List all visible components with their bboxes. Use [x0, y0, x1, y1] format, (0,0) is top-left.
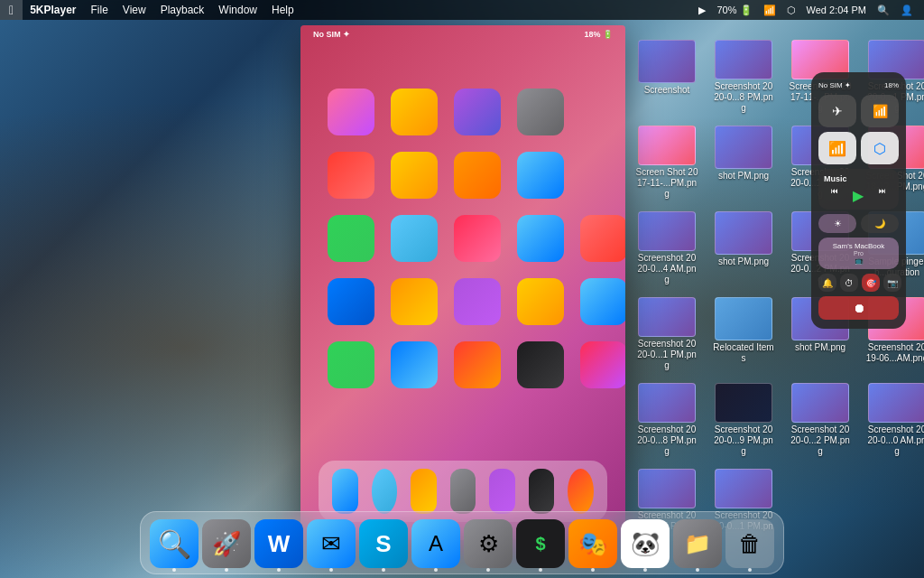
ios-app-13[interactable] [517, 215, 564, 262]
ios-app-11[interactable] [391, 215, 438, 262]
desktop-file-5[interactable]: shot PM.png [707, 122, 780, 203]
cc-next-button[interactable]: ⏭ [879, 187, 886, 204]
ios-app-16[interactable] [391, 278, 438, 325]
cc-play-button[interactable]: ▶ [853, 187, 864, 204]
dock: 🔍 🚀 W ✉ S A ⚙ $ 🎭 🐼 📁 🗑 [140, 511, 784, 574]
ios-app-1[interactable] [328, 89, 374, 135]
ios-app-7[interactable] [454, 152, 501, 199]
desktop-file-19[interactable]: Screenshot 2020-0...0 AM.png [861, 379, 924, 461]
ios-battery: 18% 🔋 [584, 30, 613, 39]
cc-record-icon: ⏺ [853, 301, 865, 315]
desktop-file-1[interactable]: Screenshot 2020-0...8 PM.png [707, 36, 780, 117]
cc-connectivity-row: ✈ 📶 [818, 95, 899, 127]
ios-dock-icon-5[interactable] [489, 469, 515, 514]
cc-focus-btn[interactable]: 🎯 [862, 274, 880, 292]
cc-music-controls: ⏮ ▶ ⏭ [824, 187, 893, 204]
file-label-17: Screenshot 2020-0...9 PM.png [712, 424, 775, 457]
cc-airplay-sublabel: Pro [823, 250, 894, 256]
wifi-status[interactable]: 📶 [760, 5, 780, 16]
desktop-file-9[interactable]: shot PM.png [707, 208, 780, 289]
cc-brightness-row: ☀ 🌙 [818, 214, 899, 233]
desktop-file-16[interactable]: Screenshot 2020-0...8 PM.png [631, 379, 703, 461]
dock-vlc[interactable]: 🎭 [568, 519, 617, 568]
ios-app-22[interactable] [454, 341, 501, 388]
cc-airplay-widget[interactable]: Sam's MacBook Pro 📺 [818, 238, 899, 269]
ios-app-23[interactable] [517, 341, 564, 388]
cc-wifi-toggle[interactable]: 📶 [818, 132, 856, 164]
ios-app-19[interactable] [580, 278, 625, 325]
dock-waterfox[interactable]: W [254, 519, 303, 568]
ios-dock-icon-2[interactable] [372, 469, 398, 514]
ios-app-20[interactable] [328, 341, 374, 388]
dock-mail[interactable]: ✉ [307, 519, 356, 568]
ipad-screen[interactable]: No SIM ✦ 18% 🔋 [300, 25, 625, 540]
cc-airplane-toggle[interactable]: ✈ [818, 95, 856, 127]
ios-app-17[interactable] [454, 278, 501, 325]
ios-dock-icon-7[interactable] [568, 469, 594, 514]
cast-icon: ▶ [695, 5, 709, 16]
ios-app-4[interactable] [517, 89, 564, 135]
desktop-file-17[interactable]: Screenshot 2020-0...9 PM.png [707, 379, 780, 461]
ios-app-21[interactable] [391, 341, 438, 388]
file-label-8: Screenshot 2020-0...4 AM.png [635, 253, 698, 285]
dock-trash[interactable]: 🗑 [725, 519, 774, 568]
dock-settings[interactable]: ⚙ [464, 519, 513, 568]
cc-screenrecord-btn[interactable]: ⏺ [818, 296, 899, 320]
cc-status: No SIM ✦ 18% [818, 81, 899, 89]
ios-app-15[interactable] [328, 278, 374, 325]
dock-skype[interactable]: S [359, 519, 408, 568]
desktop-file-12[interactable]: Screenshot 2020-0...1 PM.png [631, 294, 703, 375]
file-menu[interactable]: File [84, 0, 116, 20]
ios-dock-icon-1[interactable] [332, 469, 358, 514]
control-center[interactable]: No SIM ✦ 18% ✈ 📶 📶 ⬡ Music ⏮ ▶ ⏭ ☀ 🌙 Sam… [811, 72, 906, 329]
ios-dock-icon-4[interactable] [450, 469, 476, 514]
ios-app-2[interactable] [391, 89, 438, 135]
view-menu[interactable]: View [116, 0, 153, 20]
file-label-14: shot PM.png [795, 342, 845, 353]
ios-app-10[interactable] [328, 215, 374, 262]
dock-appstore[interactable]: A [411, 519, 460, 568]
datetime: Wed 2:04 PM [803, 5, 870, 15]
dock-panda[interactable]: 🐼 [621, 519, 670, 568]
bluetooth-status[interactable]: ⬡ [783, 5, 799, 16]
desktop-file-18[interactable]: Screenshot 2020-0...2 PM.png [784, 379, 856, 461]
file-label-4: Screen Shot 2017-11-...PM.png [635, 167, 698, 200]
file-label-19: Screenshot 2020-0...0 AM.png [865, 424, 924, 457]
ios-app-8[interactable] [517, 152, 564, 199]
ios-app-12[interactable] [454, 215, 501, 262]
user-icon[interactable]: 👤 [897, 5, 917, 16]
ios-app-6[interactable] [391, 152, 438, 199]
window-menu[interactable]: Window [211, 0, 264, 20]
help-menu[interactable]: Help [264, 0, 301, 20]
search-icon[interactable]: 🔍 [873, 5, 893, 16]
cc-bluetooth-toggle[interactable]: ⬡ [861, 132, 899, 164]
cc-brightness-toggle[interactable]: ☀ [818, 214, 856, 233]
cc-alarm-btn[interactable]: 🔔 [818, 274, 836, 292]
cc-icon-row: 🔔 ⏱ 🎯 📷 [818, 274, 899, 292]
cc-darkmode-toggle[interactable]: 🌙 [861, 214, 899, 233]
ios-app-18[interactable] [517, 278, 564, 325]
dock-downloads[interactable]: 📁 [673, 519, 722, 568]
desktop-file-4[interactable]: Screen Shot 2017-11-...PM.png [631, 122, 703, 203]
desktop-file-0[interactable]: Screenshot [631, 36, 703, 117]
cc-camera-btn[interactable]: 📷 [883, 274, 901, 292]
cc-music-widget[interactable]: Music ⏮ ▶ ⏭ [818, 169, 899, 210]
ios-app-3[interactable] [454, 89, 501, 135]
apple-menu[interactable]:  [0, 0, 23, 20]
file-label-12: Screenshot 2020-0...1 PM.png [635, 339, 698, 371]
app-name-menu[interactable]: 5KPlayer [23, 0, 83, 20]
cc-prev-button[interactable]: ⏮ [831, 187, 838, 204]
playback-menu[interactable]: Playback [153, 0, 212, 20]
ios-dock-icon-6[interactable] [529, 469, 555, 514]
dock-terminal[interactable]: $ [516, 519, 565, 568]
ios-dock-icon-3[interactable] [411, 469, 437, 514]
ios-app-14[interactable] [580, 215, 625, 262]
cc-timer-btn[interactable]: ⏱ [840, 274, 858, 292]
desktop-file-8[interactable]: Screenshot 2020-0...4 AM.png [631, 208, 703, 289]
cc-cellular-toggle[interactable]: 📶 [861, 95, 899, 127]
ios-app-5[interactable] [328, 152, 374, 199]
desktop-file-13[interactable]: Relocated Items [707, 294, 780, 375]
dock-launchpad[interactable]: 🚀 [202, 519, 251, 568]
dock-finder[interactable]: 🔍 [150, 519, 199, 568]
ios-app-24[interactable] [580, 341, 625, 388]
